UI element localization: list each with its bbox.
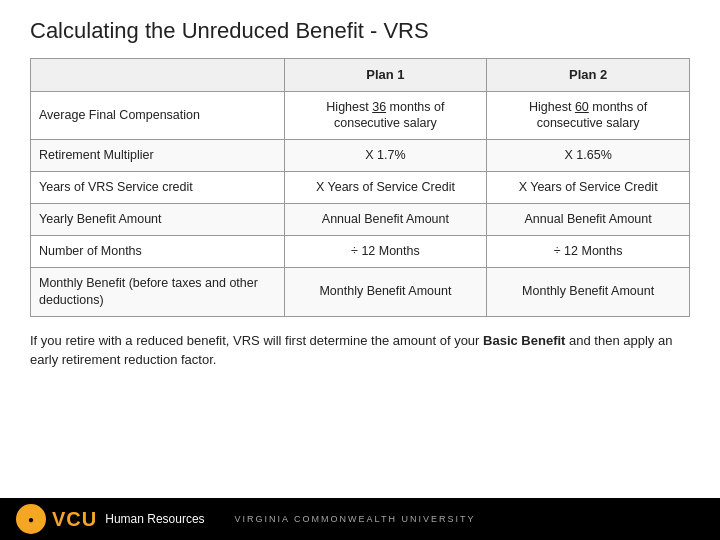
vcu-circle-text: ● <box>28 514 34 525</box>
row-plan2-years: X Years of Service Credit <box>487 172 690 204</box>
row-plan2-months: ÷ 12 Months <box>487 235 690 267</box>
row-label-months: Number of Months <box>31 235 285 267</box>
page-container: Calculating the Unreduced Benefit - VRS … <box>0 0 720 540</box>
hr-label: Human Resources <box>105 512 204 526</box>
row-plan1-yearly: Annual Benefit Amount <box>284 204 487 236</box>
page-title: Calculating the Unreduced Benefit - VRS <box>30 18 690 44</box>
row-plan2-multiplier: X 1.65% <box>487 140 690 172</box>
footer-text-bold: Basic Benefit <box>483 333 565 348</box>
row-label-years: Years of VRS Service credit <box>31 172 285 204</box>
col-header-label <box>31 59 285 92</box>
row-label-yearly: Yearly Benefit Amount <box>31 204 285 236</box>
col-header-plan2: Plan 2 <box>487 59 690 92</box>
footer-text1: If you retire with a reduced benefit, VR… <box>30 333 483 348</box>
table-row: Monthly Benefit (before taxes and other … <box>31 267 690 316</box>
row-plan1-multiplier: X 1.7% <box>284 140 487 172</box>
row-plan1-years: X Years of Service Credit <box>284 172 487 204</box>
table-row: Number of Months ÷ 12 Months ÷ 12 Months <box>31 235 690 267</box>
row-plan1-afc: Highest 36 months of consecutive salary <box>284 91 487 140</box>
row-plan2-monthly: Monthly Benefit Amount <box>487 267 690 316</box>
bottom-bar: ● VCU Human Resources VIRGINIA COMMONWEA… <box>0 498 720 540</box>
row-plan2-afc: Highest 60 months of consecutive salary <box>487 91 690 140</box>
vcu-subtitle: VIRGINIA COMMONWEALTH UNIVERSITY <box>235 514 476 524</box>
row-plan1-monthly: Monthly Benefit Amount <box>284 267 487 316</box>
row-plan1-months: ÷ 12 Months <box>284 235 487 267</box>
table-row: Yearly Benefit Amount Annual Benefit Amo… <box>31 204 690 236</box>
row-label-monthly: Monthly Benefit (before taxes and other … <box>31 267 285 316</box>
vcu-brand-name: VCU <box>52 508 97 531</box>
table-row: Average Final Compensation Highest 36 mo… <box>31 91 690 140</box>
row-label-afc: Average Final Compensation <box>31 91 285 140</box>
table-row: Retirement Multiplier X 1.7% X 1.65% <box>31 140 690 172</box>
table-row: Years of VRS Service credit X Years of S… <box>31 172 690 204</box>
vcu-logo-circle: ● <box>16 504 46 534</box>
col-header-plan1: Plan 1 <box>284 59 487 92</box>
row-label-multiplier: Retirement Multiplier <box>31 140 285 172</box>
row-plan2-yearly: Annual Benefit Amount <box>487 204 690 236</box>
benefit-table: Plan 1 Plan 2 Average Final Compensation… <box>30 58 690 317</box>
footer-text: If you retire with a reduced benefit, VR… <box>30 331 690 370</box>
